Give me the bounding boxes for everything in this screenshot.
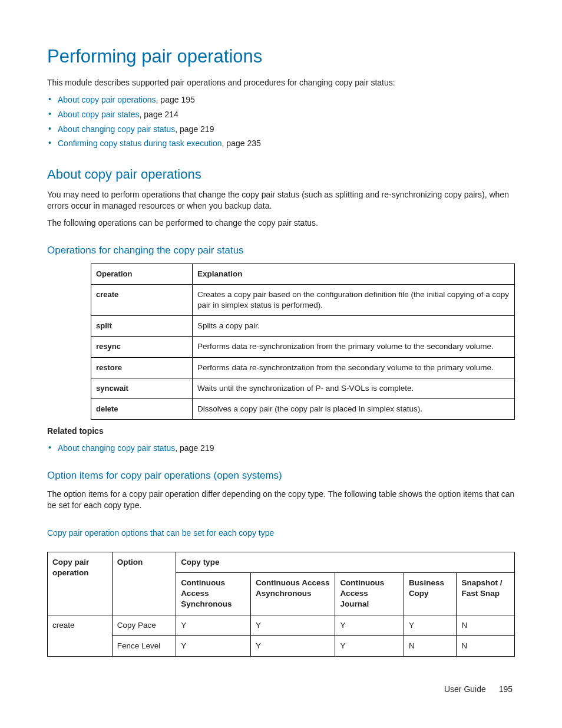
value-cell: Y: [335, 635, 404, 656]
subsection-heading-ops-table: Operations for changing the copy pair st…: [47, 244, 515, 258]
minor-heading-options-table: Copy pair operation options that can be …: [47, 528, 515, 539]
body-paragraph: The following operations can be performe…: [47, 218, 515, 229]
list-item: About changing copy pair status, page 21…: [47, 124, 515, 135]
col-header-ca-async: Continuous Access Asynchronous: [251, 572, 335, 615]
op-cell: syncwait: [91, 378, 193, 398]
table-row: create Copy Pace Y Y Y Y N: [48, 615, 515, 635]
value-cell: N: [404, 635, 457, 656]
option-cell: Fence Level: [112, 635, 176, 656]
option-cell: Copy Pace: [112, 615, 176, 635]
col-header-ca-journal: Continuous Access Journal: [335, 572, 404, 615]
footer-page-number: 195: [499, 684, 513, 694]
section-heading-about-ops: About copy pair operations: [47, 166, 515, 183]
toc-link[interactable]: About changing copy pair status: [58, 124, 175, 134]
value-cell: N: [457, 615, 515, 635]
table-row: resync Performs data re-synchronization …: [91, 337, 515, 357]
op-cell: restore: [91, 357, 193, 378]
value-cell: Y: [176, 615, 251, 635]
col-header-explanation: Explanation: [193, 263, 515, 284]
toc-suffix: , page 235: [222, 139, 261, 148]
op-cell: create: [91, 284, 193, 315]
col-header-copy-pair-op: Copy pair operation: [48, 552, 113, 615]
exp-cell: Splits a copy pair.: [193, 316, 515, 337]
list-item: About copy pair states, page 214: [47, 109, 515, 120]
options-table: Copy pair operation Option Copy type Con…: [47, 552, 515, 657]
table-row: Fence Level Y Y Y N N: [48, 635, 515, 656]
page-title: Performing pair operations: [47, 44, 515, 69]
value-cell: Y: [251, 635, 335, 656]
col-header-business-copy: Business Copy: [404, 572, 457, 615]
col-header-ca-sync: Continuous Access Synchronous: [176, 572, 251, 615]
footer-label: User Guide: [444, 684, 486, 694]
value-cell: Y: [404, 615, 457, 635]
exp-cell: Performs data re-synchronization from th…: [193, 357, 515, 378]
exp-cell: Dissolves a copy pair (the copy pair is …: [193, 399, 515, 420]
table-row: create Creates a copy pair based on the …: [91, 284, 515, 315]
subsection-heading-option-items: Option items for copy pair operations (o…: [47, 469, 515, 483]
related-link[interactable]: About changing copy pair status: [58, 443, 175, 453]
related-suffix: , page 219: [175, 443, 214, 453]
exp-cell: Waits until the synchronization of P- an…: [193, 378, 515, 398]
col-header-copy-type: Copy type: [176, 552, 515, 572]
related-topics-heading: Related topics: [47, 426, 515, 437]
op-group-cell: create: [48, 615, 113, 656]
exp-cell: Performs data re-synchronization from th…: [193, 337, 515, 357]
toc-link[interactable]: About copy pair operations: [58, 95, 156, 104]
table-row: syncwait Waits until the synchronization…: [91, 378, 515, 398]
body-paragraph: The option items for a copy pair operati…: [47, 489, 515, 511]
exp-cell: Creates a copy pair based on the configu…: [193, 284, 515, 315]
list-item: About copy pair operations, page 195: [47, 94, 515, 106]
value-cell: Y: [251, 615, 335, 635]
op-cell: resync: [91, 337, 193, 357]
table-row: delete Dissolves a copy pair (the copy p…: [91, 399, 515, 420]
op-cell: split: [91, 316, 193, 337]
col-header-operation: Operation: [91, 263, 193, 284]
table-header-row: Copy pair operation Option Copy type: [48, 552, 515, 572]
list-item: About changing copy pair status, page 21…: [47, 443, 515, 454]
list-item: Confirming copy status during task execu…: [47, 138, 515, 149]
table-row: restore Performs data re-synchronization…: [91, 357, 515, 378]
toc-link[interactable]: Confirming copy status during task execu…: [58, 139, 222, 148]
page-footer: User Guide 195: [444, 684, 513, 695]
toc-list: About copy pair operations, page 195 Abo…: [47, 94, 515, 150]
col-header-snapshot: Snapshot / Fast Snap: [457, 572, 515, 615]
toc-suffix: , page 219: [175, 124, 214, 134]
intro-paragraph: This module describes supported pair ope…: [47, 77, 515, 88]
value-cell: Y: [335, 615, 404, 635]
table-header-row: Operation Explanation: [91, 263, 515, 284]
toc-link[interactable]: About copy pair states: [58, 110, 140, 119]
col-header-option: Option: [112, 552, 176, 615]
operations-table: Operation Explanation create Creates a c…: [91, 263, 515, 420]
value-cell: N: [457, 635, 515, 656]
toc-suffix: , page 214: [140, 110, 178, 119]
value-cell: Y: [176, 635, 251, 656]
body-paragraph: You may need to perform operations that …: [47, 189, 515, 212]
table-row: split Splits a copy pair.: [91, 316, 515, 337]
op-cell: delete: [91, 399, 193, 420]
related-topics-list: About changing copy pair status, page 21…: [47, 443, 515, 454]
toc-suffix: , page 195: [156, 95, 195, 104]
